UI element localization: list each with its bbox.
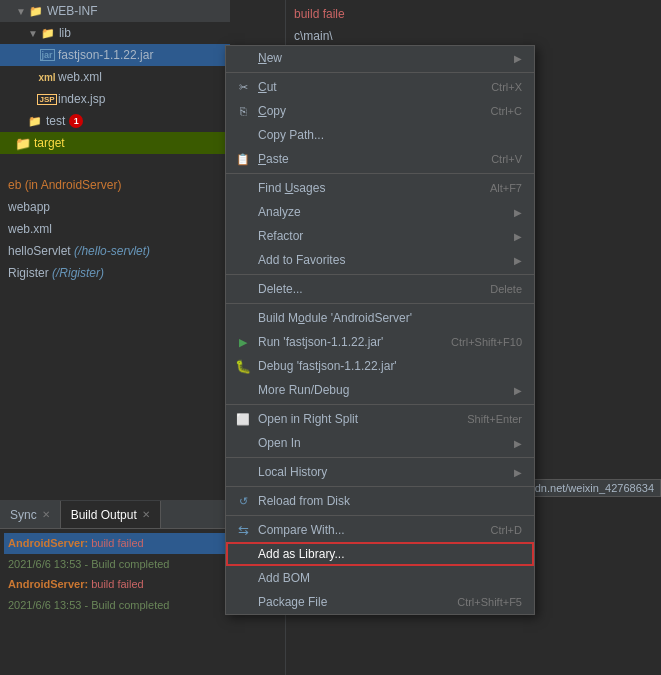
menu-label: Build Module 'AndroidServer': [258, 311, 522, 325]
left-panel-item-webxml[interactable]: web.xml: [4, 218, 230, 240]
tree-label: WEB-INF: [47, 4, 98, 18]
expand-arrow: ▼: [16, 6, 26, 17]
menu-item-run[interactable]: ▶ Run 'fastjson-1.1.22.jar' Ctrl+Shift+F…: [226, 330, 534, 354]
menu-item-addaslibrary[interactable]: Add as Library...: [226, 542, 534, 566]
copy-icon: ⎘: [234, 102, 252, 120]
run-icon: ▶: [234, 333, 252, 351]
menu-item-delete[interactable]: Delete... Delete: [226, 277, 534, 301]
morerun-icon: [234, 381, 252, 399]
bom-icon: [234, 569, 252, 587]
submenu-arrow-icon: ▶: [514, 231, 522, 242]
menu-item-findusages[interactable]: Find Usages Alt+F7: [226, 176, 534, 200]
menu-label: Debug 'fastjson-1.1.22.jar': [258, 359, 522, 373]
menu-label: Compare With...: [258, 523, 491, 537]
separator: [226, 173, 534, 174]
menu-label: Add BOM: [258, 571, 522, 585]
left-panel-item-helloservlet[interactable]: helloServlet (/hello-servlet): [4, 240, 230, 262]
menu-label: Cut: [258, 80, 491, 94]
menu-item-comparewith[interactable]: ⇆ Compare With... Ctrl+D: [226, 518, 534, 542]
tree-item-lib[interactable]: ▼ 📁 lib: [0, 22, 230, 44]
build-icon: [234, 309, 252, 327]
shortcut-label: Ctrl+C: [491, 105, 522, 117]
menu-item-localhistory[interactable]: Local History ▶: [226, 460, 534, 484]
menu-label: Refactor: [258, 229, 508, 243]
log-timestamp: 2021/6/6 13:53 - Build completed: [8, 558, 169, 570]
split-icon: ⬜: [234, 410, 252, 428]
menu-item-openin[interactable]: Open In ▶: [226, 431, 534, 455]
menu-label: More Run/Debug: [258, 383, 508, 397]
shortcut-label: Ctrl+Shift+F5: [457, 596, 522, 608]
left-panel-item-rigister[interactable]: Rigister (/Rigister): [4, 262, 230, 284]
tab-buildoutput[interactable]: Build Output ✕: [61, 501, 161, 528]
menu-item-buildmodule[interactable]: Build Module 'AndroidServer': [226, 306, 534, 330]
refactor-icon: [234, 227, 252, 245]
tree-item-web-inf[interactable]: ▼ 📁 WEB-INF: [0, 0, 230, 22]
menu-label: Copy Path...: [258, 128, 522, 142]
new-icon: [234, 49, 252, 67]
menu-label: New: [258, 51, 508, 65]
tree-item-indexjsp[interactable]: JSP index.jsp: [0, 88, 230, 110]
tab-buildoutput-close[interactable]: ✕: [142, 509, 150, 520]
menu-item-debug[interactable]: 🐛 Debug 'fastjson-1.1.22.jar': [226, 354, 534, 378]
library-icon: [234, 545, 252, 563]
code-line: c\main\: [294, 26, 653, 48]
folder-icon: 📁: [41, 26, 55, 40]
menu-label: Package File: [258, 595, 457, 609]
log-project: AndroidServer:: [8, 578, 91, 590]
item-label: web.xml: [8, 222, 52, 236]
menu-item-addtofavorites[interactable]: Add to Favorites ▶: [226, 248, 534, 272]
menu-label: Add as Library...: [258, 547, 522, 561]
menu-item-morerun[interactable]: More Run/Debug ▶: [226, 378, 534, 402]
debug-icon: 🐛: [234, 357, 252, 375]
menu-item-copypath[interactable]: Copy Path...: [226, 123, 534, 147]
separator: [226, 457, 534, 458]
folder-icon: 📁: [28, 114, 42, 128]
tree-item-fastjson[interactable]: jar fastjson-1.1.22.jar: [0, 44, 230, 66]
item-label: webapp: [8, 200, 50, 214]
tab-sync-label: Sync: [10, 508, 37, 522]
menu-item-cut[interactable]: ✂ Cut Ctrl+X: [226, 75, 534, 99]
menu-item-packagefile[interactable]: Package File Ctrl+Shift+F5: [226, 590, 534, 614]
shortcut-label: Alt+F7: [490, 182, 522, 194]
submenu-arrow-icon: ▶: [514, 438, 522, 449]
menu-label: Copy: [258, 104, 491, 118]
submenu-arrow-icon: ▶: [514, 467, 522, 478]
log-timestamp: 2021/6/6 13:53 - Build completed: [8, 599, 169, 611]
tab-sync-close[interactable]: ✕: [42, 509, 50, 520]
menu-item-refactor[interactable]: Refactor ▶: [226, 224, 534, 248]
expand-arrow: ▼: [28, 28, 38, 39]
menu-label: Analyze: [258, 205, 508, 219]
folder-icon: 📁: [29, 4, 43, 18]
submenu-arrow-icon: ▶: [514, 255, 522, 266]
history-icon: [234, 463, 252, 481]
analyze-icon: [234, 203, 252, 221]
tree-label: target: [34, 136, 65, 150]
left-panel-item-webapp[interactable]: webapp: [4, 196, 230, 218]
tree-item-target[interactable]: 📁 target: [0, 132, 230, 154]
menu-label: Local History: [258, 465, 508, 479]
openin-icon: [234, 434, 252, 452]
separator: [226, 72, 534, 73]
menu-item-openrightsplit[interactable]: ⬜ Open in Right Split Shift+Enter: [226, 407, 534, 431]
menu-item-new[interactable]: New ▶: [226, 46, 534, 70]
delete-icon: [234, 280, 252, 298]
find-icon: [234, 179, 252, 197]
menu-item-copy[interactable]: ⎘ Copy Ctrl+C: [226, 99, 534, 123]
shortcut-label: Ctrl+D: [491, 524, 522, 536]
menu-item-paste[interactable]: 📋 Paste Ctrl+V: [226, 147, 534, 171]
log-status: build failed: [91, 578, 144, 590]
shortcut-label: Delete: [490, 283, 522, 295]
tree-item-webxml[interactable]: xml web.xml: [0, 66, 230, 88]
left-panel-item-eb[interactable]: eb (in AndroidServer): [4, 174, 230, 196]
tree-item-test[interactable]: 📁 test 1: [0, 110, 230, 132]
tree-label: lib: [59, 26, 71, 40]
submenu-arrow-icon: ▶: [514, 385, 522, 396]
log-project: AndroidServer:: [8, 537, 91, 549]
menu-label: Delete...: [258, 282, 490, 296]
menu-item-addbom[interactable]: Add BOM: [226, 566, 534, 590]
context-menu: New ▶ ✂ Cut Ctrl+X ⎘ Copy Ctrl+C Copy Pa…: [225, 45, 535, 615]
menu-item-analyze[interactable]: Analyze ▶: [226, 200, 534, 224]
tab-sync[interactable]: Sync ✕: [0, 501, 61, 528]
folder-icon: 📁: [16, 136, 30, 150]
menu-item-reloadfromdisk[interactable]: ↺ Reload from Disk: [226, 489, 534, 513]
